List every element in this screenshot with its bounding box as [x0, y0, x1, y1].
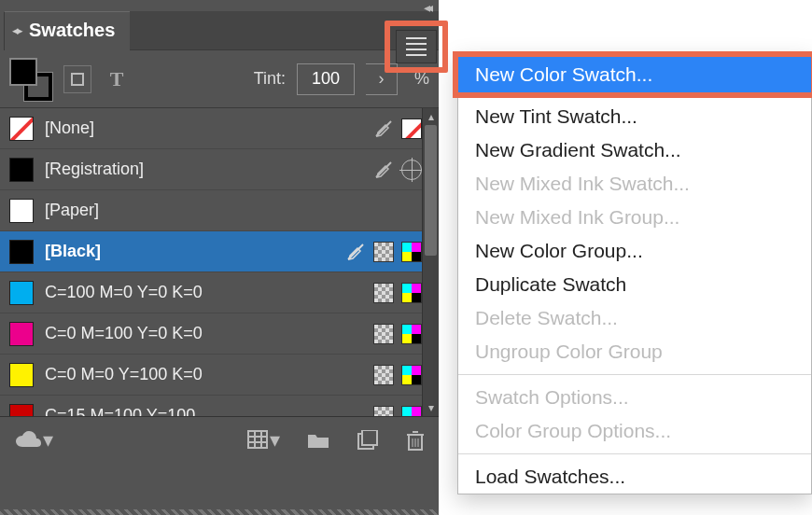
collapse-panel-icon[interactable]: ◂◂ [424, 0, 429, 15]
global-swatch-icon [373, 324, 394, 344]
menu-item-highlight: New Color Swatch... [453, 51, 812, 98]
panel-flyout-menu: New Color Swatch...New Tint Swatch...New… [457, 56, 812, 494]
tint-input[interactable] [297, 63, 355, 95]
menu-item: Delete Swatch... [458, 301, 811, 335]
global-swatch-icon [373, 406, 394, 417]
swatch-name: [Registration] [45, 160, 362, 179]
scroll-down-icon[interactable]: ▾ [423, 399, 439, 416]
swatch-row[interactable]: C=100 M=0 Y=0 K=0 [0, 272, 439, 313]
new-swatch-button[interactable] [357, 430, 379, 451]
menu-item[interactable]: New Gradient Swatch... [458, 133, 811, 167]
swatch-color-icon [9, 240, 34, 264]
noedit-icon [373, 118, 394, 139]
menu-item: New Mixed Ink Swatch... [458, 167, 811, 201]
container-formatting-button[interactable] [63, 65, 91, 93]
global-swatch-icon [373, 365, 394, 385]
scrollbar[interactable]: ▴ ▾ [422, 108, 439, 416]
menu-item: Swatch Options... [458, 381, 811, 414]
swatch-row[interactable]: C=0 M=0 Y=100 K=0 [0, 355, 439, 396]
new-group-button[interactable] [306, 431, 330, 450]
menu-item: New Mixed Ink Group... [458, 201, 811, 234]
swatch-badges [373, 324, 422, 344]
process-color-icon [401, 365, 422, 385]
swatch-name: [None] [45, 118, 362, 138]
swatch-name: C=0 M=0 Y=100 K=0 [45, 365, 362, 384]
noedit-icon [373, 160, 394, 180]
chevron-toggle-icon[interactable]: ◂▸ [12, 23, 21, 37]
swatch-badges [373, 118, 422, 139]
none-indicator-icon [401, 118, 422, 139]
noedit-icon [345, 242, 366, 262]
scroll-thumb[interactable] [425, 125, 437, 256]
svg-line-0 [376, 121, 391, 136]
panel-footer: ▾ ▾ [0, 416, 439, 463]
swatch-list: [None][Registration][Paper][Black]C=100 … [0, 108, 439, 416]
cc-libraries-button[interactable]: ▾ [13, 428, 53, 452]
swatch-badges [345, 242, 422, 262]
process-color-icon [401, 283, 422, 303]
registration-icon [401, 160, 422, 180]
panel-title: Swatches [29, 20, 115, 41]
swatch-color-icon [9, 363, 34, 387]
process-color-icon [401, 324, 422, 344]
delete-swatch-button[interactable] [405, 429, 426, 452]
menu-separator [458, 453, 811, 454]
swatch-color-icon [9, 404, 34, 417]
swatch-tool-row: T Tint: › % [0, 50, 439, 108]
menu-item[interactable]: New Color Group... [458, 234, 811, 268]
swatch-row[interactable]: C=0 M=100 Y=0 K=0 [0, 313, 439, 355]
process-color-icon [401, 406, 422, 417]
menu-item[interactable]: New Color Swatch... [458, 57, 811, 92]
swatch-badges [373, 365, 422, 385]
panel-tabs: ◂▸ Swatches [0, 0, 439, 50]
swatch-badges [373, 160, 422, 180]
panel-menu-button[interactable] [396, 30, 437, 63]
process-color-icon [401, 242, 422, 262]
text-formatting-button[interactable]: T [103, 65, 131, 93]
swatch-color-icon [9, 199, 34, 223]
swatch-row[interactable]: [Black] [0, 231, 439, 272]
swatch-color-icon [9, 322, 34, 346]
tint-label: Tint: [254, 69, 286, 89]
svg-line-2 [348, 244, 363, 259]
menu-item[interactable]: Duplicate Swatch [458, 268, 811, 301]
global-swatch-icon [373, 283, 394, 303]
swatch-color-icon [9, 158, 34, 182]
swatch-name: C=15 M=100 Y=100 [45, 406, 362, 416]
menu-item: Ungroup Color Group [458, 335, 811, 369]
menu-item[interactable]: New Tint Swatch... [458, 100, 811, 133]
menu-separator [458, 374, 811, 375]
swatch-name: C=0 M=100 Y=0 K=0 [45, 324, 362, 343]
show-options-button[interactable]: ▾ [247, 428, 280, 452]
swatch-badges [373, 283, 422, 303]
menu-item: Color Group Options... [458, 414, 811, 448]
swatch-row[interactable]: C=15 M=100 Y=100 [0, 396, 439, 416]
swatch-row[interactable]: [Registration] [0, 149, 439, 190]
global-swatch-icon [373, 242, 394, 262]
fill-stroke-toggle[interactable] [9, 58, 52, 101]
swatches-panel: ◂◂ ◂▸ Swatches T Tint: › % [None][Regist… [0, 0, 439, 515]
panel-menu-highlight [385, 21, 448, 73]
swatch-name: [Paper] [45, 201, 411, 220]
menu-item[interactable]: Load Swatches... [458, 460, 811, 494]
swatch-row[interactable]: [Paper] [0, 190, 439, 231]
svg-rect-9 [362, 430, 377, 445]
svg-line-1 [376, 162, 391, 177]
swatch-color-icon [9, 281, 34, 305]
swatches-tab[interactable]: ◂▸ Swatches [4, 11, 130, 50]
swatch-name: C=100 M=0 Y=0 K=0 [45, 283, 362, 302]
resize-handle[interactable] [0, 509, 439, 515]
svg-rect-3 [248, 431, 267, 448]
swatch-color-icon [9, 117, 34, 141]
swatch-badges [373, 406, 422, 417]
swatch-row[interactable]: [None] [0, 108, 439, 149]
scroll-up-icon[interactable]: ▴ [423, 108, 439, 125]
swatch-name: [Black] [45, 242, 334, 261]
